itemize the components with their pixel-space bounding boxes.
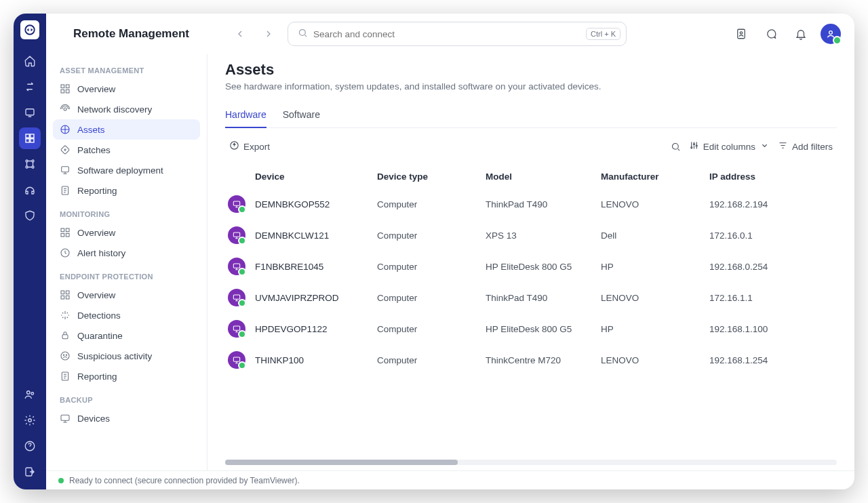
nav-network-discovery[interactable]: Network discovery	[53, 99, 200, 119]
rail-help[interactable]	[19, 435, 41, 457]
svg-rect-19	[61, 85, 64, 88]
table-scroll[interactable]: Device Device type Model Manufacturer IP…	[225, 165, 837, 456]
cell-manufacturer: Dell	[601, 230, 709, 241]
nav-overview[interactable]: Overview	[53, 79, 200, 99]
svg-point-6	[26, 160, 28, 162]
cell-type: Computer	[377, 262, 486, 272]
nav-label: Overview	[77, 290, 115, 300]
nav-overview[interactable]: Overview	[53, 285, 200, 305]
svg-rect-21	[61, 89, 64, 93]
add-filters-label: Add filters	[792, 142, 833, 152]
section-label: BACKUP	[53, 386, 200, 408]
add-filters-button[interactable]: Add filters	[774, 138, 837, 155]
nav-devices[interactable]: Devices	[53, 408, 200, 428]
svg-rect-42	[61, 415, 69, 420]
nav-overview[interactable]: Overview	[53, 222, 200, 243]
nav-suspicious-activity[interactable]: Suspicious activity	[53, 346, 200, 366]
nav-alert-history[interactable]: Alert history	[53, 243, 200, 263]
chevron-down-icon	[760, 140, 770, 153]
cell-device: DEMNBKGOP552	[255, 199, 377, 209]
rail-settings[interactable]	[19, 409, 41, 431]
cell-type: Computer	[377, 324, 486, 334]
rail-support[interactable]	[19, 179, 41, 201]
svg-rect-1	[26, 109, 34, 115]
page-subtitle: See hardware information, system updates…	[225, 81, 837, 92]
svg-point-39	[63, 355, 64, 355]
user-avatar[interactable]	[821, 24, 841, 44]
contact-book-icon[interactable]	[731, 24, 751, 44]
col-ip[interactable]: IP address	[709, 172, 818, 182]
col-manufacturer[interactable]: Manufacturer	[601, 172, 709, 182]
cell-device: DEMNBKCLW121	[255, 230, 377, 241]
rail-workflow[interactable]	[19, 153, 41, 175]
nav-reporting[interactable]: Reporting	[53, 366, 200, 386]
tab-hardware[interactable]: Hardware	[225, 104, 267, 128]
col-device[interactable]: Device	[255, 172, 377, 182]
horizontal-scrollbar[interactable]	[225, 460, 837, 465]
svg-rect-2	[26, 134, 29, 138]
cell-ip: 192.168.1.254	[709, 355, 818, 365]
nav-label: Devices	[77, 414, 110, 424]
nav-assets[interactable]: Assets	[53, 119, 200, 140]
svg-point-7	[32, 160, 34, 162]
rail-exit[interactable]	[19, 461, 41, 483]
svg-point-23	[64, 108, 66, 110]
col-model[interactable]: Model	[486, 172, 601, 182]
svg-rect-28	[61, 228, 64, 232]
cell-type: Computer	[377, 355, 486, 365]
table-row[interactable]: HPDEVGOP1122 Computer HP EliteDesk 800 G…	[225, 313, 837, 344]
tab-software[interactable]: Software	[283, 104, 320, 127]
app-title: Remote Management	[73, 27, 189, 41]
svg-point-10	[27, 391, 31, 395]
table-row[interactable]: UVMJAVIPRZPROD Computer ThinkPad T490 LE…	[225, 282, 837, 313]
section-label: MONITORING	[53, 201, 200, 222]
export-icon	[229, 140, 239, 153]
edit-columns-button[interactable]: Edit columns	[685, 138, 774, 155]
search-box[interactable]: Ctrl + K	[288, 22, 627, 46]
svg-point-11	[31, 393, 34, 395]
cell-model: ThinkPad T490	[486, 293, 601, 303]
table-row[interactable]: F1NBKBRE1045 Computer HP EliteDesk 800 G…	[225, 251, 837, 282]
rail-shield[interactable]	[19, 205, 41, 226]
col-device-type[interactable]: Device type	[377, 172, 486, 182]
bell-icon[interactable]	[791, 24, 811, 44]
svg-rect-34	[66, 291, 69, 294]
device-icon	[228, 195, 245, 213]
svg-rect-20	[66, 85, 69, 88]
section-label: ASSET MANAGEMENT	[53, 66, 200, 79]
rail-users[interactable]	[19, 384, 41, 405]
cell-model: HP EliteDesk 800 G5	[486, 262, 601, 272]
export-button[interactable]: Export	[225, 138, 274, 155]
cell-manufacturer: LENOVO	[601, 199, 709, 209]
table-row[interactable]: DEMNBKCLW121 Computer XPS 13 Dell 172.16…	[225, 220, 837, 251]
rail-assets[interactable]	[19, 127, 41, 149]
table-row[interactable]: THINKP100 Computer ThinkCentre M720 LENO…	[225, 344, 837, 376]
nav-detections[interactable]: Detections	[53, 305, 200, 325]
svg-point-12	[28, 419, 32, 422]
device-icon	[228, 289, 245, 306]
nav-back[interactable]	[231, 24, 250, 43]
nav-label: Reporting	[77, 371, 117, 382]
table-search-button[interactable]	[667, 139, 685, 155]
cell-model: ThinkCentre M720	[486, 355, 601, 365]
cell-ip: 192.168.1.100	[709, 324, 818, 334]
cell-manufacturer: LENOVO	[601, 355, 709, 365]
search-input[interactable]	[313, 29, 580, 39]
cell-ip: 192.168.0.254	[709, 262, 818, 272]
nav-icon	[60, 247, 71, 258]
cell-manufacturer: HP	[601, 324, 709, 334]
table-row[interactable]: DEMNBKGOP552 Computer ThinkPad T490 LENO…	[225, 188, 837, 220]
rail-transfer[interactable]	[19, 76, 41, 98]
nav-forward[interactable]	[259, 24, 278, 43]
svg-point-8	[26, 166, 28, 168]
nav-quarantine[interactable]: Quarantine	[53, 325, 200, 346]
cell-type: Computer	[377, 199, 486, 209]
rail-message[interactable]	[19, 102, 41, 123]
svg-rect-48	[233, 201, 239, 205]
chat-icon[interactable]	[761, 24, 781, 44]
rail-home[interactable]	[19, 50, 41, 72]
nav-software-deployment[interactable]: Software deployment	[53, 160, 200, 180]
nav-patches[interactable]: Patches	[53, 140, 200, 160]
cell-ip: 192.168.2.194	[709, 199, 818, 209]
nav-reporting[interactable]: Reporting	[53, 180, 200, 201]
